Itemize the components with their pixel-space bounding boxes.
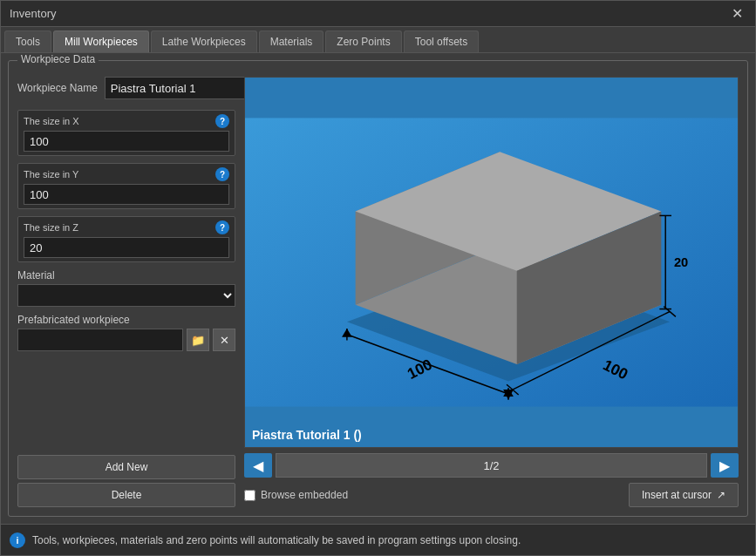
- size-y-input[interactable]: [24, 184, 229, 205]
- material-label: Material: [17, 269, 235, 281]
- status-text: Tools, workpieces, materials and zero po…: [32, 534, 521, 546]
- add-new-button[interactable]: Add New: [17, 455, 235, 479]
- material-section: Material: [17, 269, 235, 307]
- browse-embedded-label: Browse embedded: [261, 489, 348, 501]
- size-y-label: The size in Y: [24, 169, 78, 180]
- status-bar: i Tools, workpieces, materials and zero …: [1, 524, 755, 555]
- size-x-label: The size in X: [24, 116, 79, 126]
- clear-icon: ✕: [220, 334, 229, 347]
- size-z-field: The size in Z ?: [17, 216, 235, 262]
- tab-tool-offsets[interactable]: Tool offsets: [404, 31, 479, 52]
- preview-container: 100 100 20: [244, 77, 739, 448]
- arrow-left-icon: ◀: [253, 458, 263, 474]
- left-panel: Workpiece Name The size in X ?: [17, 77, 235, 507]
- prefab-section: Prefabricated workpiece 📁 ✕: [17, 314, 235, 351]
- nav-indicator: 1/2: [276, 453, 707, 478]
- browse-row: Browse embedded: [244, 489, 348, 501]
- arrow-right-icon: ▶: [719, 458, 730, 474]
- workpiece-body: Workpiece Name The size in X ?: [17, 77, 739, 507]
- size-z-help-icon[interactable]: ?: [215, 220, 229, 234]
- size-x-input[interactable]: [24, 131, 229, 152]
- close-button[interactable]: ✕: [728, 5, 746, 22]
- nav-prev-button[interactable]: ◀: [244, 453, 272, 478]
- prefab-row: 📁 ✕: [17, 329, 235, 351]
- size-z-input[interactable]: [24, 237, 229, 258]
- workpiece-name-input[interactable]: [105, 77, 263, 99]
- size-y-header: The size in Y ?: [24, 167, 229, 181]
- tab-tools[interactable]: Tools: [4, 31, 51, 52]
- workpiece-data-group: Workpiece Data Workpiece Name The size i…: [8, 60, 748, 517]
- browse-embedded-checkbox[interactable]: [244, 490, 255, 501]
- material-select[interactable]: [17, 284, 235, 307]
- nav-row: ◀ 1/2 ▶: [244, 453, 739, 478]
- tab-zero-points[interactable]: Zero Points: [325, 31, 401, 52]
- action-buttons: Add New Delete: [17, 455, 235, 507]
- tab-bar: Tools Mill Workpieces Lathe Workpieces M…: [1, 27, 755, 53]
- info-icon: i: [10, 532, 25, 548]
- size-z-header: The size in Z ?: [24, 220, 229, 234]
- bottom-options: Browse embedded Insert at cursor ↗: [244, 483, 739, 507]
- prefab-input[interactable]: [17, 329, 183, 351]
- main-content: Workpiece Data Workpiece Name The size i…: [1, 53, 755, 524]
- tab-mill-workpieces[interactable]: Mill Workpieces: [53, 31, 149, 52]
- preview-label: Piastra Tutorial 1 (): [252, 428, 362, 442]
- insert-at-cursor-button[interactable]: Insert at cursor ↗: [629, 483, 739, 507]
- prefab-label: Prefabricated workpiece: [17, 314, 235, 326]
- folder-icon: 📁: [191, 334, 205, 347]
- delete-button[interactable]: Delete: [17, 483, 235, 507]
- prefab-clear-button[interactable]: ✕: [213, 329, 235, 351]
- workpiece-name-row: Workpiece Name: [17, 77, 235, 99]
- tab-materials[interactable]: Materials: [259, 31, 324, 52]
- size-z-label: The size in Z: [24, 222, 78, 233]
- preview-svg: 100 100 20: [245, 78, 738, 447]
- window-title: Inventory: [10, 7, 56, 20]
- size-x-header: The size in X ?: [24, 114, 229, 128]
- workpiece-name-label: Workpiece Name: [17, 82, 98, 94]
- size-y-help-icon[interactable]: ?: [215, 167, 229, 181]
- group-label: Workpiece Data: [17, 53, 99, 65]
- tab-lathe-workpieces[interactable]: Lathe Workpieces: [151, 31, 257, 52]
- insert-icon: ↗: [717, 489, 725, 501]
- size-x-help-icon[interactable]: ?: [215, 114, 229, 128]
- size-x-field: The size in X ?: [17, 110, 235, 156]
- size-y-field: The size in Y ?: [17, 163, 235, 209]
- right-panel: 100 100 20: [244, 77, 739, 507]
- main-window: Inventory ✕ Tools Mill Workpieces Lathe …: [0, 0, 756, 556]
- title-bar: Inventory ✕: [1, 1, 755, 27]
- nav-next-button[interactable]: ▶: [711, 453, 739, 478]
- prefab-open-button[interactable]: 📁: [187, 329, 209, 351]
- svg-text:20: 20: [674, 255, 688, 269]
